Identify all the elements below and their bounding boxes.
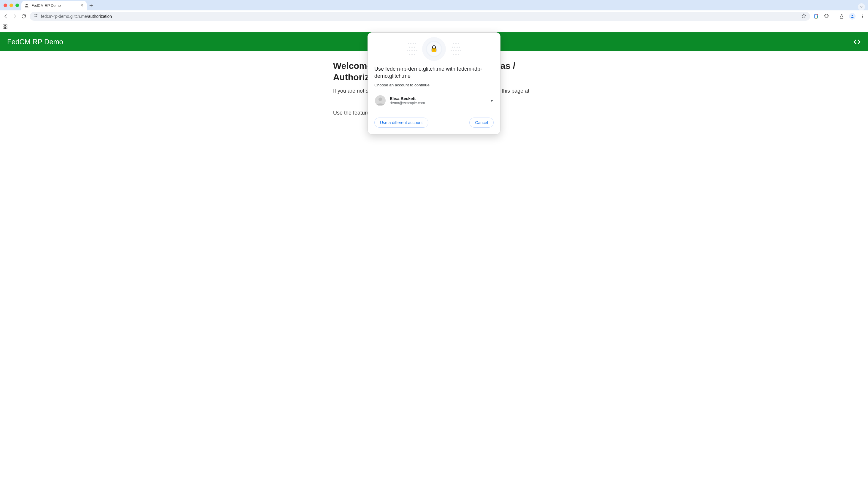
- account-list: Elisa Beckett demo@example.com ▶: [374, 92, 494, 109]
- svg-point-6: [852, 15, 853, 16]
- avatar: [375, 95, 385, 106]
- decoration-dots-left: [407, 43, 417, 55]
- forward-button[interactable]: [12, 14, 18, 19]
- use-different-account-button[interactable]: Use a different account: [374, 118, 428, 128]
- tab-title: FedCM RP Demo: [31, 4, 61, 8]
- decoration-dots-right: [451, 43, 461, 55]
- fedcm-dialog: Use fedcm-rp-demo.glitch.me with fedcm-i…: [368, 32, 500, 134]
- dialog-illustration: [368, 33, 500, 65]
- svg-point-8: [862, 16, 863, 16]
- window-minimize-button[interactable]: [9, 4, 13, 7]
- kebab-menu-icon[interactable]: [860, 14, 865, 19]
- apps-grid-icon[interactable]: [2, 24, 8, 31]
- tab-strip: FedCM RP Demo: [0, 0, 868, 10]
- reload-button[interactable]: [21, 14, 27, 19]
- browser-tab[interactable]: FedCM RP Demo: [21, 1, 87, 10]
- chevron-right-icon: ▶: [491, 98, 493, 102]
- svg-point-18: [378, 97, 382, 101]
- bookmark-star-icon[interactable]: [801, 13, 807, 19]
- svg-rect-16: [434, 50, 434, 51]
- url-path: authorization: [88, 14, 112, 19]
- back-button[interactable]: [3, 14, 9, 19]
- window-zoom-button[interactable]: [16, 4, 19, 7]
- svg-rect-11: [6, 25, 7, 26]
- site-settings-icon[interactable]: [33, 13, 38, 19]
- new-tab-button[interactable]: [87, 1, 96, 10]
- svg-rect-3: [814, 14, 817, 18]
- dialog-title: Use fedcm-rp-demo.glitch.me with fedcm-i…: [374, 65, 494, 80]
- svg-rect-10: [3, 25, 4, 26]
- bank-icon: [24, 3, 29, 8]
- tab-search-button[interactable]: [858, 3, 865, 10]
- svg-rect-12: [3, 27, 4, 29]
- svg-rect-4: [814, 14, 817, 18]
- tab-close-button[interactable]: [80, 3, 84, 8]
- labs-flask-icon[interactable]: [839, 14, 844, 19]
- toolbar-divider: [834, 13, 834, 19]
- url-text: fedcm-rp-demo.glitch.me/authorization: [41, 14, 112, 19]
- window-controls: [2, 0, 21, 10]
- svg-point-7: [862, 14, 863, 15]
- cancel-button[interactable]: Cancel: [469, 118, 494, 128]
- profile-avatar-button[interactable]: [849, 13, 856, 20]
- extension-devtools-icon[interactable]: [813, 13, 819, 19]
- svg-point-1: [36, 16, 36, 17]
- account-email: demo@example.com: [390, 101, 487, 105]
- account-row[interactable]: Elisa Beckett demo@example.com ▶: [374, 92, 494, 109]
- extensions-puzzle-icon[interactable]: [824, 14, 829, 19]
- svg-point-9: [862, 17, 863, 18]
- dialog-subtitle: Choose an account to continue: [374, 83, 494, 87]
- browser-toolbar: fedcm-rp-demo.glitch.me/authorization: [0, 10, 868, 22]
- lock-icon: [426, 41, 442, 57]
- page-title: FedCM RP Demo: [7, 38, 63, 46]
- address-bar[interactable]: fedcm-rp-demo.glitch.me/authorization: [30, 12, 810, 21]
- account-name: Elisa Beckett: [390, 96, 487, 101]
- svg-rect-5: [814, 14, 817, 18]
- window-close-button[interactable]: [4, 4, 7, 7]
- view-source-button[interactable]: [853, 38, 861, 46]
- svg-rect-2: [814, 14, 817, 18]
- url-host: fedcm-rp-demo.glitch.me/: [41, 14, 88, 19]
- svg-rect-13: [6, 27, 7, 29]
- bookmarks-bar: [0, 22, 868, 32]
